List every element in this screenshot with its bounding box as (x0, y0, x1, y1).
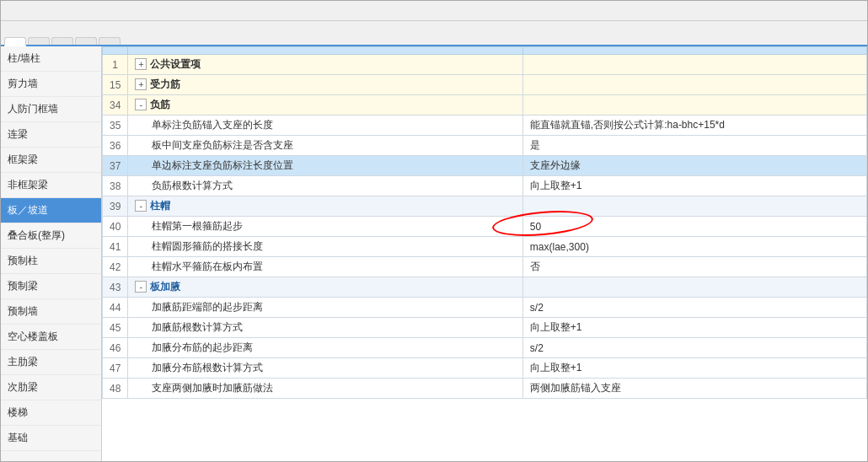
row-name: 柱帽水平箍筋在板内布置 (128, 257, 523, 277)
sidebar-item[interactable]: 次肋梁 (1, 375, 101, 400)
sidebar-item[interactable]: 叠合板(整厚) (1, 223, 101, 249)
table-row[interactable]: 38负筋根数计算方式向上取整+1 (103, 176, 867, 196)
row-value: s/2 (522, 298, 866, 318)
table-row[interactable]: 44加腋筋距端部的起步距离s/2 (103, 298, 867, 318)
tab-stirrup-settings[interactable] (51, 37, 73, 45)
col-name-header (128, 47, 523, 55)
col-num-header (103, 47, 128, 55)
row-name: -柱帽 (128, 196, 523, 217)
sidebar-item[interactable]: 预制梁 (1, 274, 101, 299)
row-number: 35 (103, 116, 128, 136)
row-number: 47 (103, 358, 128, 379)
row-name: 板中间支座负筋标注是否含支座 (128, 136, 523, 156)
row-number: 39 (103, 196, 128, 217)
tab-calc-rules[interactable] (4, 37, 26, 46)
table-row[interactable]: 40柱帽第一根箍筋起步50 (103, 217, 867, 237)
row-value (522, 277, 866, 298)
row-value: 是 (522, 136, 866, 156)
row-number: 45 (103, 318, 128, 338)
row-value (522, 95, 866, 116)
tab-splice-settings[interactable] (75, 37, 97, 45)
sidebar-item[interactable]: 预制墙 (1, 299, 101, 325)
row-name: 加腋分布筋根数计算方式 (128, 358, 523, 379)
sidebar-item[interactable]: 板／坡道 (1, 198, 101, 223)
sidebar-item[interactable]: 楼梯 (1, 400, 101, 426)
row-number: 43 (103, 277, 128, 298)
row-number: 42 (103, 257, 128, 277)
main-window: 柱/墙柱剪力墙人防门框墙连梁框架梁非框架梁板／坡道叠合板(整厚)预制柱预制梁预制… (0, 0, 868, 462)
content-area: 柱/墙柱剪力墙人防门框墙连梁框架梁非框架梁板／坡道叠合板(整厚)预制柱预制梁预制… (1, 46, 867, 461)
tab-stirrup-formula[interactable] (99, 37, 121, 45)
table-row[interactable]: 41柱帽圆形箍筋的搭接长度max(lae,300) (103, 237, 867, 257)
row-value: max(lae,300) (522, 237, 866, 257)
expand-button[interactable]: - (135, 200, 147, 212)
sidebar-item[interactable]: 框架梁 (1, 148, 101, 173)
row-value: 向上取整+1 (522, 358, 866, 379)
expand-button[interactable]: + (135, 78, 147, 90)
row-number: 37 (103, 156, 128, 176)
sidebar: 柱/墙柱剪力墙人防门框墙连梁框架梁非框架梁板／坡道叠合板(整厚)预制柱预制梁预制… (1, 46, 102, 461)
table-row[interactable]: 48支座两侧加腋时加腋筋做法两侧加腋筋锚入支座 (103, 379, 867, 399)
row-name: -板加腋 (128, 277, 523, 298)
sidebar-item[interactable]: 柱/墙柱 (1, 46, 101, 72)
row-value: 两侧加腋筋锚入支座 (522, 379, 866, 399)
sidebar-item[interactable]: 人防门框墙 (1, 97, 101, 122)
row-name: 支座两侧加腋时加腋筋做法 (128, 379, 523, 399)
row-number: 46 (103, 338, 128, 358)
row-value (522, 75, 866, 95)
row-name: 单标注负筋锚入支座的长度 (128, 116, 523, 136)
row-name: 负筋根数计算方式 (128, 176, 523, 196)
table-row[interactable]: 46加腋分布筋的起步距离s/2 (103, 338, 867, 358)
table-row[interactable]: 47加腋分布筋根数计算方式向上取整+1 (103, 358, 867, 379)
sidebar-item[interactable]: 剪力墙 (1, 72, 101, 97)
table-row[interactable]: 15+受力筋 (103, 75, 867, 95)
row-value: 向上取整+1 (522, 318, 866, 338)
table-row[interactable]: 35单标注负筋锚入支座的长度能直锚就直锚,否则按公式计算:ha-bhc+15*d (103, 116, 867, 136)
expand-button[interactable]: + (135, 58, 147, 70)
row-name: 单边标注支座负筋标注长度位置 (128, 156, 523, 176)
row-name: 加腋筋距端部的起步距离 (128, 298, 523, 318)
row-number: 44 (103, 298, 128, 318)
row-name: 柱帽第一根箍筋起步 (128, 217, 523, 237)
row-name: 加腋分布筋的起步距离 (128, 338, 523, 358)
row-value: 向上取整+1 (522, 176, 866, 196)
row-number: 36 (103, 136, 128, 156)
expand-button[interactable]: - (135, 281, 147, 293)
row-value (522, 196, 866, 217)
tab-bar (1, 21, 867, 46)
row-number: 34 (103, 95, 128, 116)
table-row[interactable]: 43-板加腋 (103, 277, 867, 298)
row-number: 38 (103, 176, 128, 196)
row-value: 支座外边缘 (522, 156, 866, 176)
sidebar-item[interactable]: 空心楼盖板 (1, 325, 101, 350)
sidebar-item[interactable]: 连梁 (1, 122, 101, 148)
row-name: +公共设置项 (128, 55, 523, 75)
row-value: 50 (522, 217, 866, 237)
row-value: 能直锚就直锚,否则按公式计算:ha-bhc+15*d (522, 116, 866, 136)
expand-button[interactable]: - (135, 99, 147, 110)
tab-node-settings[interactable] (28, 37, 50, 45)
row-number: 48 (103, 379, 128, 399)
row-value: s/2 (522, 338, 866, 358)
title-bar (1, 1, 867, 21)
sidebar-item[interactable]: 基础 (1, 426, 101, 451)
sidebar-item[interactable]: 主肋梁 (1, 350, 101, 375)
row-number: 40 (103, 217, 128, 237)
row-value: 否 (522, 257, 866, 277)
row-name: -负筋 (128, 95, 523, 116)
row-number: 15 (103, 75, 128, 95)
sidebar-item[interactable]: 预制柱 (1, 249, 101, 274)
row-value (522, 55, 866, 75)
table-row[interactable]: 36板中间支座负筋标注是否含支座是 (103, 136, 867, 156)
table-row[interactable]: 39-柱帽 (103, 196, 867, 217)
main-wrapper: 1+公共设置项15+受力筋34-负筋35单标注负筋锚入支座的长度能直锚就直锚,否… (102, 46, 867, 461)
table-row[interactable]: 42柱帽水平箍筋在板内布置否 (103, 257, 867, 277)
settings-table: 1+公共设置项15+受力筋34-负筋35单标注负筋锚入支座的长度能直锚就直锚,否… (102, 46, 867, 399)
sidebar-item[interactable]: 非框架梁 (1, 173, 101, 198)
table-row[interactable]: 37单边标注支座负筋标注长度位置支座外边缘 (103, 156, 867, 176)
table-row[interactable]: 1+公共设置项 (103, 55, 867, 75)
table-row[interactable]: 45加腋筋根数计算方式向上取整+1 (103, 318, 867, 338)
row-name: 柱帽圆形箍筋的搭接长度 (128, 237, 523, 257)
table-row[interactable]: 34-负筋 (103, 95, 867, 116)
row-number: 1 (103, 55, 128, 75)
